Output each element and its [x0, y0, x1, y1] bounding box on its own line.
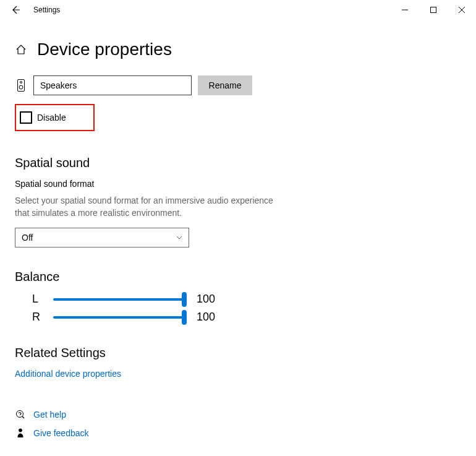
slider-thumb[interactable]	[182, 292, 187, 307]
home-button[interactable]	[15, 43, 27, 56]
maximize-button[interactable]	[419, 1, 448, 19]
balance-left-value: 100	[197, 293, 215, 306]
arrow-left-icon	[11, 5, 20, 15]
svg-point-6	[19, 429, 22, 432]
give-feedback-row[interactable]: Give feedback	[15, 428, 461, 438]
svg-point-4	[19, 85, 23, 89]
spatial-format-label: Spatial sound format	[15, 179, 461, 189]
footer-links: Get help Give feedback	[15, 410, 461, 438]
balance-section: Balance L 100 R 100	[15, 270, 461, 324]
rename-button[interactable]: Rename	[198, 75, 252, 95]
balance-left-label: L	[32, 293, 48, 306]
feedback-icon	[15, 428, 26, 438]
svg-point-3	[20, 82, 22, 84]
balance-right-value: 100	[197, 311, 215, 324]
spatial-help-text: Select your spatial sound format for an …	[15, 195, 274, 219]
balance-left-row: L 100	[15, 293, 461, 306]
get-help-row[interactable]: Get help	[15, 410, 461, 419]
get-help-link[interactable]: Get help	[33, 410, 66, 419]
spatial-sound-heading: Spatial sound	[15, 156, 461, 170]
device-name-row: Rename	[15, 75, 461, 95]
titlebar: Settings	[0, 0, 476, 20]
close-button[interactable]	[448, 1, 476, 19]
balance-right-label: R	[32, 311, 48, 324]
page-header: Device properties	[15, 40, 461, 59]
additional-device-properties-link[interactable]: Additional device properties	[15, 369, 461, 379]
back-button[interactable]	[6, 1, 25, 19]
disable-checkbox[interactable]	[20, 111, 32, 124]
balance-right-row: R 100	[15, 311, 461, 324]
speaker-icon	[15, 79, 27, 92]
slider-thumb[interactable]	[182, 310, 187, 325]
balance-heading: Balance	[15, 270, 461, 284]
balance-left-slider[interactable]	[53, 298, 184, 301]
chevron-down-icon	[176, 234, 182, 241]
spatial-format-select[interactable]: Off	[15, 228, 189, 247]
balance-right-slider[interactable]	[53, 316, 184, 319]
give-feedback-link[interactable]: Give feedback	[33, 428, 89, 438]
maximize-icon	[430, 7, 436, 13]
related-settings-heading: Related Settings	[15, 346, 461, 360]
spatial-format-value: Off	[22, 233, 33, 243]
svg-rect-1	[431, 7, 436, 13]
window-title: Settings	[33, 6, 60, 14]
minimize-button[interactable]	[391, 1, 419, 19]
minimize-icon	[402, 7, 408, 13]
content-area: Device properties Rename Disable Spatial…	[0, 20, 476, 456]
close-icon	[459, 7, 465, 13]
device-name-input[interactable]	[33, 75, 192, 95]
help-icon	[15, 410, 26, 419]
home-icon	[15, 43, 27, 56]
window-controls	[391, 1, 476, 19]
svg-point-5	[17, 411, 23, 418]
disable-checkbox-row[interactable]: Disable	[15, 104, 95, 131]
disable-label: Disable	[37, 113, 66, 123]
page-title: Device properties	[37, 40, 172, 59]
